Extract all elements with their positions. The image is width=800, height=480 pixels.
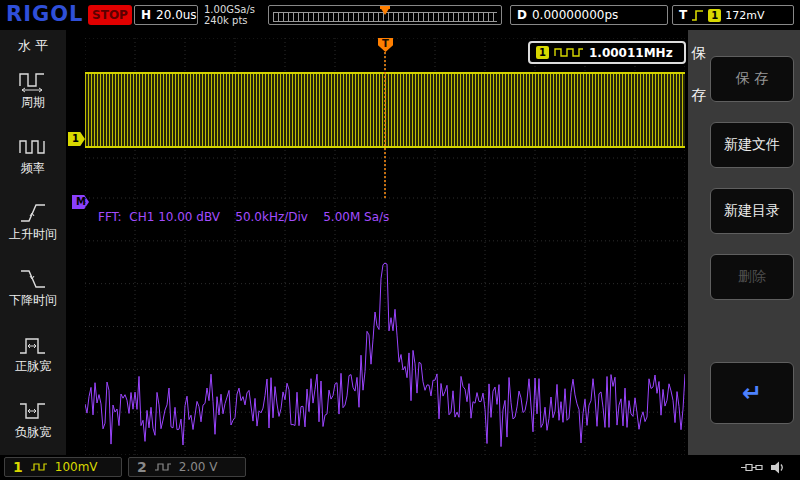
trigger-source-badge: 1 [708,9,721,22]
counter-frequency-value: 1.00011MHz [589,46,673,60]
trigger-position-line [384,40,386,198]
channel2-badge[interactable]: 2 2.00 V [128,457,246,477]
horizontal-timebase-box[interactable]: H 20.0us [134,5,198,25]
scope-display: T 1 1 1.00011MHz M FFT: CH1 10.00 dBV 50… [66,30,688,455]
measure-category-title[interactable]: 水 平 [0,36,66,56]
frequency-icon [18,135,48,159]
memory-depth: 240k pts [204,15,255,26]
menu-title-char: 存 [688,86,710,105]
run-state-badge[interactable]: STOP [88,5,132,25]
trigger-slope-icon [691,9,704,22]
status-bar: RIGOL STOP H 20.0us 1.00GSa/s 240k pts D… [0,0,800,30]
delay-value: 0.00000000ps [532,8,618,22]
delay-label: D [517,8,527,22]
channel1-badge[interactable]: 1 100mV [4,457,122,477]
sidebar-item-label: 周期 [21,96,45,109]
coupling-icon [30,462,48,472]
frequency-counter-badge: 1 1.00011MHz [528,41,686,64]
sidebar-item-neg-width[interactable]: 负脉宽 [0,386,66,452]
ch1-level-marker[interactable]: 1 [68,132,85,146]
square-wave-icon [554,47,584,58]
sidebar-item-fall-time[interactable]: 下降时间 [0,254,66,320]
sidebar-item-label: 上升时间 [9,228,57,241]
new-file-button[interactable]: 新建文件 [710,122,794,168]
sidebar-item-label: 频率 [21,162,45,175]
sidebar-item-label: 下降时间 [9,294,57,307]
trigger-level-value: 172mV [725,9,764,22]
counter-channel-badge: 1 [536,46,549,59]
return-arrow-button[interactable]: ↵ [710,362,794,424]
fall-time-icon [18,267,48,291]
speaker-icon[interactable] [770,460,787,475]
softkey-menu: 保 存 保 存 新建文件 新建目录 删除 ↵ [688,30,800,455]
rise-time-icon [18,201,48,225]
sidebar-item-label: 正脉宽 [15,360,51,373]
channel2-number: 2 [137,459,147,475]
sidebar-item-label: 负脉宽 [15,426,51,439]
trigger-position-icon[interactable] [380,7,390,15]
sidebar-item-pos-width[interactable]: 正脉宽 [0,320,66,386]
sidebar-item-frequency[interactable]: 频率 [0,122,66,188]
sample-rate: 1.00GSa/s [204,4,255,15]
trigger-label: T [679,8,687,22]
horizontal-label: H [141,8,151,22]
waveform-overview-bar[interactable] [268,5,502,25]
channel1-scale: 100mV [55,460,98,474]
acquisition-info: 1.00GSa/s 240k pts [204,4,255,26]
coupling-icon [154,462,172,472]
fft-plot [85,198,685,455]
channel2-scale: 2.00 V [179,460,218,474]
trigger-box[interactable]: T 1 172mV [672,5,794,25]
timebase-value: 20.0us [156,8,197,22]
sidebar-item-period[interactable]: 周期 [0,56,66,122]
usb-icon [740,461,764,474]
pos-width-icon [18,333,48,357]
measure-sidebar: 水 平 周期 频率 上升时间 下降时间 正脉宽 [0,30,66,455]
channel-status-bar: 1 100mV 2 2.00 V [0,455,800,480]
sidebar-item-rise-time[interactable]: 上升时间 [0,188,66,254]
save-button[interactable]: 保 存 [710,56,794,102]
delay-box: D 0.00000000ps [510,5,668,25]
neg-width-icon [18,399,48,423]
delete-button[interactable]: 删除 [710,254,794,300]
period-icon [18,69,48,93]
channel1-number: 1 [13,459,23,475]
menu-title-char: 保 [688,44,710,63]
brand-logo: RIGOL [6,2,83,26]
new-folder-button[interactable]: 新建目录 [710,188,794,234]
